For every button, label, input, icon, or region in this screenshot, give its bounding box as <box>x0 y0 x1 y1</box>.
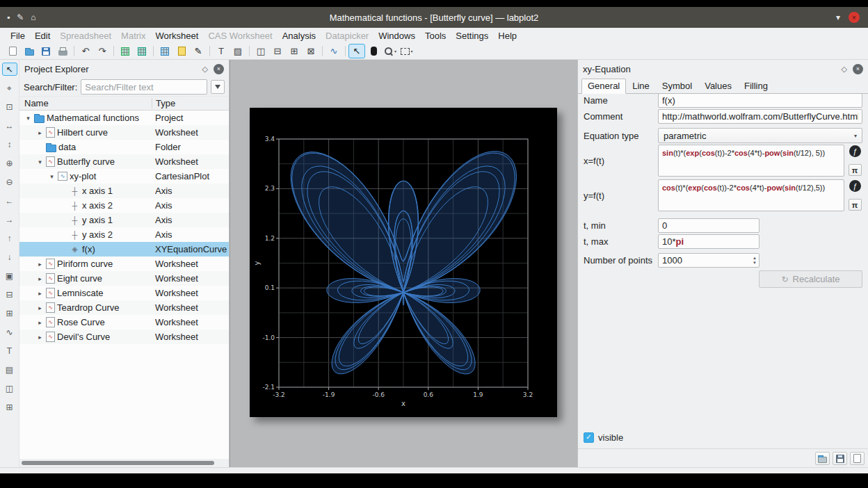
undo-button[interactable]: ↶ <box>77 44 94 58</box>
new-datapicker-button[interactable]: ✎ <box>190 44 207 58</box>
grid-layout-button[interactable]: ⊞ <box>286 44 303 58</box>
tree-row-y-axis-1[interactable]: y axis 1Axis <box>19 213 229 227</box>
tree-row-teardrop-curve[interactable]: ▸Teardrop CurveWorksheet <box>19 300 229 315</box>
chevron-down-icon[interactable]: ▾ <box>836 13 840 22</box>
add-image-button[interactable]: ▨ <box>230 44 246 58</box>
equation-type-select[interactable]: parametric ▾ <box>658 128 862 143</box>
zoom-y-select-mode-button[interactable]: ↕ <box>2 138 17 151</box>
tree-row-devil-s-curve[interactable]: ▸Devil's CurveWorksheet <box>19 330 229 344</box>
shift-left-button[interactable]: ← <box>2 194 17 207</box>
vertical-layout-tool-button[interactable]: ◫ <box>2 382 17 395</box>
home-icon[interactable]: ⌂ <box>31 13 35 22</box>
spin-up-icon[interactable]: ▲ <box>753 256 757 260</box>
shift-up-button[interactable]: ↑ <box>2 231 17 245</box>
save-project-button[interactable] <box>38 44 54 58</box>
insert-constant-button[interactable]: π <box>849 164 862 176</box>
tab-symbol[interactable]: Symbol <box>656 79 698 94</box>
points-spinbox[interactable]: ▲ ▼ <box>658 253 760 268</box>
tree-row-rose-curve[interactable]: ▸Rose CurveWorksheet <box>19 315 229 330</box>
search-filter-input[interactable] <box>81 79 207 95</box>
select-mouse-mode-button[interactable]: ↖ <box>2 63 17 76</box>
menu-settings[interactable]: Settings <box>451 29 493 42</box>
recalculate-button[interactable]: ↻ Recalculate <box>759 270 862 288</box>
print-button[interactable] <box>54 44 71 58</box>
new-matrix-button[interactable] <box>134 44 150 58</box>
expander-icon[interactable]: ▸ <box>36 261 44 268</box>
float-panel-icon[interactable]: ◇ <box>842 65 847 74</box>
tree-row-piriform-curve[interactable]: ▸Piriform curveWorksheet <box>19 257 229 271</box>
save-template-button[interactable] <box>833 452 847 465</box>
grid-layout-tool-button[interactable]: ⊞ <box>2 400 17 414</box>
add-text-button[interactable]: T <box>2 344 17 357</box>
float-panel-icon[interactable]: ◇ <box>202 65 208 74</box>
zoom-in-mode-button[interactable]: ⊕ <box>2 156 17 170</box>
zoom-x-select-mode-button[interactable]: ↔ <box>2 119 17 132</box>
redo-button[interactable]: ↷ <box>94 44 111 58</box>
menu-edit[interactable]: Edit <box>30 29 55 42</box>
zoom-out-mode-button[interactable]: ⊖ <box>2 175 17 188</box>
expander-icon[interactable]: ▸ <box>36 290 44 297</box>
menu-windows[interactable]: Windows <box>373 29 420 42</box>
menu-worksheet[interactable]: Worksheet <box>150 29 203 42</box>
x-equation-input[interactable]: sin(t)*(exp(cos(t))-2*cos(4*t)-pow(sin(t… <box>658 145 844 177</box>
shift-right-button[interactable]: → <box>2 213 17 226</box>
insert-function-button[interactable]: ƒ <box>849 180 861 192</box>
load-template-button[interactable] <box>815 452 830 465</box>
tree-row-data[interactable]: dataFolder <box>19 140 229 154</box>
add-curve-button[interactable]: ∿ <box>2 325 17 339</box>
auto-scale-y-button[interactable]: ⊞ <box>2 307 17 320</box>
expander-icon[interactable]: ▸ <box>36 304 44 311</box>
t-min-input[interactable] <box>658 218 760 233</box>
tree-row-f-x[interactable]: f(x)XYEquationCurve <box>19 242 229 257</box>
shift-down-button[interactable]: ↓ <box>2 250 17 263</box>
zoom-select-mode-button[interactable]: ⊡ <box>2 100 17 113</box>
add-text-label-button[interactable]: T <box>213 44 230 58</box>
horizontal-scrollbar[interactable] <box>19 459 229 467</box>
tab-line[interactable]: Line <box>626 79 656 94</box>
t-max-input[interactable]: 10*pi <box>658 234 760 249</box>
tree-row-xy-plot[interactable]: ▾xy-plotCartesianPlot <box>19 169 229 184</box>
menu-tools[interactable]: Tools <box>420 29 451 42</box>
new-project-button[interactable] <box>4 44 21 58</box>
column-header-name[interactable]: Name <box>19 98 152 108</box>
break-layout-button[interactable]: ⊠ <box>303 44 319 58</box>
tree-row-mathematical-functions[interactable]: ▾Mathematical functionsProject <box>19 111 229 125</box>
expander-icon[interactable]: ▾ <box>36 158 44 165</box>
select-pointer-button[interactable]: ↖ <box>348 44 365 58</box>
scrollbar-thumb[interactable] <box>22 461 214 465</box>
app-menu-icon[interactable]: ▪ <box>7 13 10 22</box>
points-input[interactable] <box>658 253 760 268</box>
auto-scale-button[interactable]: ▣ <box>2 269 17 282</box>
column-header-type[interactable]: Type <box>152 98 229 108</box>
y-equation-input[interactable]: cos(t)*(exp(cos(t))-2*cos(4*t)-pow(sin(t… <box>658 179 844 211</box>
titlebar[interactable]: ▪ ✎ ⌂ Mathematical functions - [Butterfl… <box>0 7 868 28</box>
pencil-icon[interactable]: ✎ <box>17 13 24 22</box>
worksheet-view[interactable]: -3.2-1.9-0.60.61.93.23.42.31.20.1-1.0-2.… <box>230 60 577 467</box>
insert-function-button[interactable]: ƒ <box>849 145 861 157</box>
expander-icon[interactable]: ▸ <box>36 275 44 282</box>
tab-general[interactable]: General <box>581 79 626 94</box>
worksheet-page[interactable]: -3.2-1.9-0.60.61.93.23.42.31.20.1-1.0-2.… <box>250 108 557 417</box>
tab-values[interactable]: Values <box>698 79 738 94</box>
add-xy-curve-button[interactable]: ∿ <box>326 44 342 58</box>
tree-row-x-axis-1[interactable]: x axis 1Axis <box>19 184 229 198</box>
close-panel-button[interactable]: × <box>214 64 224 74</box>
tree-row-y-axis-2[interactable]: y axis 2Axis <box>19 227 229 242</box>
crosshair-mode-button[interactable]: ⌖ <box>2 81 17 95</box>
insert-constant-button[interactable]: π <box>849 199 862 211</box>
tab-filling[interactable]: Filling <box>738 79 774 94</box>
tree-row-x-axis-2[interactable]: x axis 2Axis <box>19 198 229 213</box>
butterfly-plot[interactable]: -3.2-1.9-0.60.61.93.23.42.31.20.1-1.0-2.… <box>250 108 557 417</box>
add-image-tool-button[interactable]: ▤ <box>2 363 17 376</box>
horizontal-layout-button[interactable]: ⊟ <box>269 44 286 58</box>
expander-icon[interactable]: ▸ <box>36 334 44 341</box>
navigate-button[interactable] <box>365 44 382 58</box>
menu-file[interactable]: File <box>6 29 30 42</box>
zoom-select-button[interactable]: ▾ <box>382 44 399 58</box>
comment-input[interactable] <box>658 109 862 124</box>
select-region-button[interactable]: ▾ <box>399 44 415 58</box>
filter-options-button[interactable] <box>211 80 225 94</box>
tree-row-butterfly-curve[interactable]: ▾Butterfly curveWorksheet <box>19 154 229 169</box>
spin-down-icon[interactable]: ▼ <box>753 261 757 265</box>
menu-help[interactable]: Help <box>493 29 522 42</box>
